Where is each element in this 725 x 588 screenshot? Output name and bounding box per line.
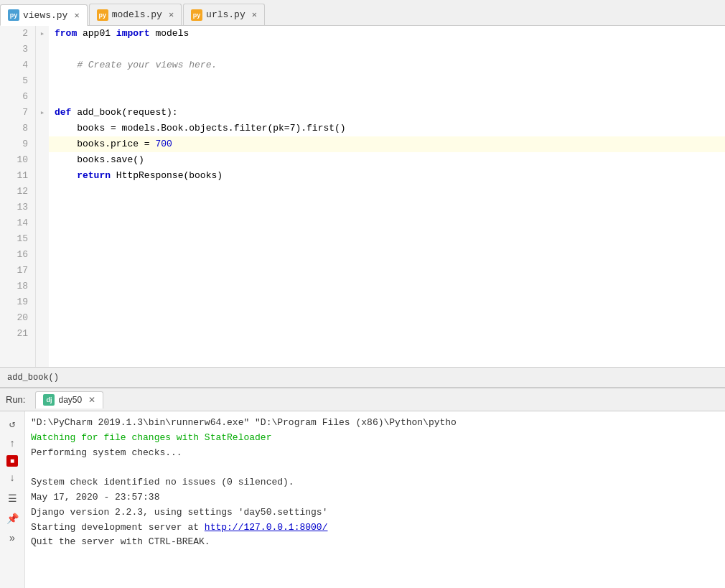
code-line[interactable] — [49, 263, 725, 279]
tab-views[interactable]: py views.py ✕ — [0, 4, 88, 26]
tab-urls-label: urls.py — [206, 9, 245, 20]
line-number: 12 — [0, 184, 35, 200]
run-output-line: Watching for file changes with StatReloa… — [31, 431, 719, 446]
current-function-label: add_book() — [7, 373, 59, 383]
fold-marker — [36, 42, 49, 57]
code-container: 23456789101112131415161718192021 ▸▸ from… — [0, 26, 725, 367]
run-tab-label: day50 — [58, 395, 82, 405]
code-line[interactable] — [49, 294, 725, 310]
run-output-line: May 17, 2020 - 23:57:38 — [31, 490, 719, 505]
fold-marker — [36, 200, 49, 215]
tab-views-close[interactable]: ✕ — [74, 10, 79, 21]
code-line[interactable] — [49, 279, 725, 294]
line-number: 8 — [0, 121, 35, 136]
run-output-line: "D:\PyCharm 2019.1.3\bin\runnerw64.exe" … — [31, 416, 719, 431]
tab-models[interactable]: py models.py ✕ — [89, 4, 182, 25]
models-py-icon: py — [97, 9, 108, 21]
line-number: 21 — [0, 326, 35, 342]
fold-marker — [36, 184, 49, 200]
run-header: Run: dj day50 ✕ — [0, 388, 725, 411]
editor-status-bar: add_book() — [0, 367, 725, 387]
line-number: 9 — [0, 136, 35, 152]
fold-marker — [36, 89, 49, 105]
tab-views-label: views.py — [23, 10, 67, 21]
line-number: 7 — [0, 105, 35, 121]
number: 700 — [155, 139, 172, 149]
fold-marker — [36, 279, 49, 294]
keyword: def — [55, 107, 71, 118]
fold-marker — [36, 73, 49, 89]
run-content: ↺ ↑ ■ ↓ ☰ 📌 » "D:\PyCharm 2019.1.3\bin\r… — [0, 411, 725, 588]
fold-marker — [36, 57, 49, 73]
run-sidebar: ↺ ↑ ■ ↓ ☰ 📌 » — [0, 411, 25, 588]
fold-gutter: ▸▸ — [36, 26, 49, 367]
fold-marker — [36, 168, 49, 184]
keyword: import — [116, 28, 150, 39]
stop-button[interactable]: ■ — [6, 455, 18, 467]
code-line[interactable]: books.price = 700 — [49, 136, 725, 152]
line-number: 3 — [0, 42, 35, 57]
line-number: 18 — [0, 279, 35, 294]
run-output: "D:\PyCharm 2019.1.3\bin\runnerw64.exe" … — [25, 411, 725, 588]
code-line[interactable]: def add_book(request): — [49, 105, 725, 121]
code-line[interactable]: from app01 import models — [49, 26, 725, 42]
line-number: 19 — [0, 294, 35, 310]
tab-urls-close[interactable]: ✕ — [252, 9, 257, 20]
scroll-up-button[interactable]: ↑ — [4, 435, 21, 452]
settings-button[interactable]: ☰ — [4, 490, 21, 507]
run-output-line: Performing system checks... — [31, 446, 719, 461]
tab-models-close[interactable]: ✕ — [169, 9, 174, 20]
line-numbers: 23456789101112131415161718192021 — [0, 26, 36, 367]
tab-urls[interactable]: py urls.py ✕ — [183, 4, 265, 25]
code-line[interactable]: return HttpResponse(books) — [49, 168, 725, 184]
run-output-line: Django version 2.2.3, using settings 'da… — [31, 505, 719, 521]
code-line[interactable] — [49, 326, 725, 342]
tab-models-label: models.py — [112, 9, 162, 20]
code-line[interactable] — [49, 42, 725, 57]
fold-marker — [36, 294, 49, 310]
fold-marker — [36, 310, 49, 326]
fold-marker — [36, 215, 49, 231]
code-line[interactable]: # Create your views here. — [49, 57, 725, 73]
fold-marker[interactable]: ▸ — [36, 105, 49, 121]
line-number: 6 — [0, 89, 35, 105]
comment: # Create your views here. — [55, 60, 217, 70]
code-line[interactable] — [49, 200, 725, 215]
run-output-line: System check identified no issues (0 sil… — [31, 475, 719, 490]
run-output-line — [31, 460, 719, 475]
fold-marker — [36, 136, 49, 152]
rerun-button[interactable]: ↺ — [4, 415, 21, 432]
line-number: 20 — [0, 310, 35, 326]
code-line[interactable]: books.save() — [49, 152, 725, 168]
scroll-down-button[interactable]: ↓ — [4, 470, 21, 487]
fold-marker — [36, 152, 49, 168]
pin-button[interactable]: 📌 — [4, 510, 21, 527]
views-py-icon: py — [8, 9, 19, 21]
code-line[interactable] — [49, 247, 725, 263]
urls-py-icon: py — [191, 9, 202, 21]
code-line[interactable] — [49, 73, 725, 89]
fold-marker[interactable]: ▸ — [36, 26, 49, 42]
run-label: Run: — [6, 394, 25, 405]
line-number: 2 — [0, 26, 35, 42]
code-line[interactable] — [49, 184, 725, 200]
line-number: 15 — [0, 231, 35, 247]
tab-bar: py views.py ✕ py models.py ✕ py urls.py … — [0, 0, 725, 26]
code-line[interactable] — [49, 89, 725, 105]
code-line[interactable]: books = models.Book.objects.filter(pk=7)… — [49, 121, 725, 136]
code-line[interactable] — [49, 310, 725, 326]
fold-marker — [36, 121, 49, 136]
line-number: 4 — [0, 57, 35, 73]
fold-marker — [36, 326, 49, 342]
line-number: 11 — [0, 168, 35, 184]
expand-button[interactable]: » — [4, 530, 21, 547]
run-tab-close[interactable]: ✕ — [88, 395, 95, 405]
code-line[interactable] — [49, 215, 725, 231]
run-tab-day50[interactable]: dj day50 ✕ — [35, 391, 103, 409]
code-line[interactable] — [49, 231, 725, 247]
server-url-link[interactable]: http://127.0.0.1:8000/ — [205, 522, 328, 533]
code-editor[interactable]: from app01 import models # Create your v… — [49, 26, 725, 367]
line-number: 16 — [0, 247, 35, 263]
django-icon: dj — [43, 394, 55, 406]
editor-area: 23456789101112131415161718192021 ▸▸ from… — [0, 26, 725, 387]
